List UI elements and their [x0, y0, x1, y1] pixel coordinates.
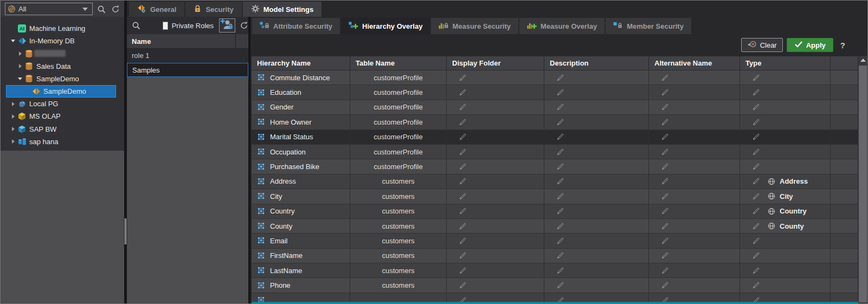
table-row-county[interactable]: CountycustomersCounty: [252, 219, 858, 234]
drag-handle-icon[interactable]: [258, 148, 265, 155]
edit-pencil-icon[interactable]: [556, 118, 564, 126]
edit-pencil-icon[interactable]: [556, 222, 564, 230]
edit-pencil-icon[interactable]: [661, 118, 669, 126]
drag-handle-icon[interactable]: [258, 134, 265, 140]
drag-handle-icon[interactable]: [258, 237, 265, 244]
tab-hierarchy-overlay[interactable]: Hierarchy Overlay: [341, 18, 430, 34]
edit-pencil-icon[interactable]: [556, 237, 564, 245]
search-icon[interactable]: [132, 21, 141, 30]
refresh-icon[interactable]: [110, 4, 121, 15]
private-roles-checkbox[interactable]: [163, 22, 168, 30]
table-row-email[interactable]: Emailcustomers: [252, 234, 858, 248]
drag-handle-icon[interactable]: [258, 104, 265, 111]
edit-pencil-icon[interactable]: [661, 251, 669, 260]
edit-pencil-icon[interactable]: [556, 88, 564, 96]
edit-pencil-icon[interactable]: [661, 74, 669, 82]
drag-handle-icon[interactable]: [258, 89, 265, 96]
tree-item-machine-learning[interactable]: AIMachine Learning: [1, 22, 124, 35]
edit-pencil-icon[interactable]: [752, 118, 760, 126]
table-row-lastname[interactable]: LastNamecustomers: [252, 263, 858, 278]
clear-button[interactable]: Clear: [741, 38, 783, 52]
expand-arrow-icon[interactable]: [9, 102, 17, 106]
expand-arrow-icon[interactable]: [9, 127, 17, 131]
edit-pencil-icon[interactable]: [556, 103, 564, 111]
tree-item-sales-data[interactable]: Sales Data: [1, 60, 124, 73]
edit-pencil-icon[interactable]: [661, 177, 669, 185]
role-row-samples[interactable]: Samples: [127, 63, 248, 77]
tab-attribute-security[interactable]: Attribute Security: [252, 18, 340, 34]
drag-handle-icon[interactable]: [258, 282, 265, 289]
role-row-role-1[interactable]: role 1: [127, 49, 248, 63]
edit-pencil-icon[interactable]: [459, 222, 467, 230]
filter-dropdown[interactable]: All: [5, 3, 93, 15]
tree-item-redacted[interactable]: [1, 47, 124, 60]
edit-pencil-icon[interactable]: [556, 251, 564, 260]
table-row-marital-status[interactable]: Marital StatuscustomerProfile: [252, 130, 858, 145]
tree-item-sampledemo[interactable]: SampleDemo: [1, 73, 124, 85]
tab-security[interactable]: Security: [185, 2, 241, 17]
drag-handle-icon[interactable]: [258, 119, 265, 125]
table-row-occupation[interactable]: OccupationcustomerProfile: [252, 145, 858, 159]
table-row-purchased-bike[interactable]: Purchased BikecustomerProfile: [252, 159, 858, 174]
column-header-hierarchy-name[interactable]: Hierarchy Name: [252, 56, 350, 70]
edit-pencil-icon[interactable]: [752, 103, 760, 111]
edit-pencil-icon[interactable]: [556, 74, 564, 82]
edit-pencil-icon[interactable]: [556, 192, 564, 200]
column-header-table-name[interactable]: Table Name: [350, 56, 447, 70]
tree-item-sampledemo[interactable]: SampleDemo: [1, 85, 124, 98]
edit-pencil-icon[interactable]: [661, 103, 669, 111]
edit-pencil-icon[interactable]: [556, 163, 564, 171]
column-header-description[interactable]: Description: [544, 56, 649, 70]
edit-pencil-icon[interactable]: [752, 207, 760, 215]
edit-pencil-icon[interactable]: [556, 207, 564, 215]
drag-handle-icon[interactable]: [258, 193, 265, 199]
tree-item-in-memory-db[interactable]: In-Memory DB: [1, 35, 124, 47]
table-row-address[interactable]: AddresscustomersAddress: [252, 174, 858, 189]
edit-pencil-icon[interactable]: [752, 237, 760, 245]
tree-item-local-pg[interactable]: Local PG: [1, 98, 124, 110]
edit-pencil-icon[interactable]: [661, 267, 669, 275]
edit-pencil-icon[interactable]: [752, 267, 760, 275]
edit-pencil-icon[interactable]: [661, 222, 669, 230]
edit-pencil-icon[interactable]: [752, 74, 760, 82]
edit-pencil-icon[interactable]: [752, 251, 760, 260]
edit-pencil-icon[interactable]: [661, 163, 669, 171]
column-header-alternative-name[interactable]: Alternative Name: [649, 56, 740, 70]
edit-pencil-icon[interactable]: [459, 281, 467, 289]
edit-pencil-icon[interactable]: [752, 148, 760, 156]
edit-pencil-icon[interactable]: [459, 103, 467, 111]
edit-pencil-icon[interactable]: [752, 133, 760, 141]
table-row-country[interactable]: CountrycustomersCountry: [252, 204, 858, 219]
edit-pencil-icon[interactable]: [752, 281, 760, 289]
drag-handle-icon[interactable]: [258, 253, 265, 259]
add-role-button[interactable]: [219, 18, 235, 33]
drag-handle-icon[interactable]: [258, 164, 265, 170]
edit-pencil-icon[interactable]: [459, 177, 467, 185]
edit-pencil-icon[interactable]: [556, 267, 564, 275]
expand-arrow-icon[interactable]: [9, 114, 17, 119]
edit-pencil-icon[interactable]: [459, 118, 467, 126]
expand-arrow-icon[interactable]: [16, 51, 24, 56]
edit-pencil-icon[interactable]: [556, 281, 564, 289]
edit-pencil-icon[interactable]: [459, 74, 467, 82]
edit-pencil-icon[interactable]: [459, 148, 467, 156]
apply-button[interactable]: Apply: [787, 38, 833, 52]
tree-item-sap-hana[interactable]: sap hana: [1, 135, 124, 148]
edit-pencil-icon[interactable]: [752, 192, 760, 200]
collapse-arrow-icon[interactable]: [9, 40, 17, 42]
collapse-arrow-icon[interactable]: [16, 77, 24, 80]
edit-pencil-icon[interactable]: [752, 88, 760, 96]
edit-pencil-icon[interactable]: [661, 88, 669, 96]
column-header-type[interactable]: Type: [740, 56, 831, 70]
tab-general[interactable]: General: [129, 2, 184, 17]
table-row-firstname[interactable]: FirstNamecustomers: [252, 249, 858, 263]
edit-pencil-icon[interactable]: [752, 222, 760, 230]
table-row-education[interactable]: EducationcustomerProfile: [252, 85, 858, 100]
expand-arrow-icon[interactable]: [16, 64, 24, 68]
vertical-scrollbar[interactable]: [858, 56, 867, 303]
table-row-phone[interactable]: Phonecustomers: [252, 278, 858, 293]
table-row-commute-distance[interactable]: Commute DistancecustomerProfile: [252, 70, 858, 85]
search-icon[interactable]: [96, 4, 107, 15]
drag-handle-icon[interactable]: [258, 267, 265, 274]
edit-pencil-icon[interactable]: [459, 251, 467, 260]
